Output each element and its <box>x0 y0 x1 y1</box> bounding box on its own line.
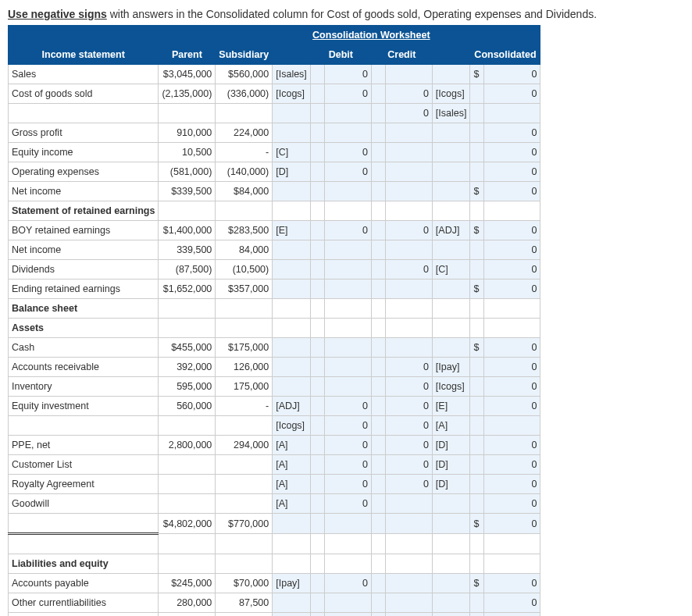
credit-ref[interactable] <box>432 494 470 514</box>
debit-value[interactable]: 0 <box>324 65 371 84</box>
credit-value[interactable]: 0 <box>385 416 432 436</box>
credit-ref[interactable] <box>432 182 470 201</box>
debit-ref[interactable] <box>273 280 311 299</box>
credit-ref[interactable] <box>432 280 470 299</box>
cons-value[interactable]: 0 <box>484 280 540 299</box>
cons-value[interactable] <box>484 104 540 123</box>
debit-value[interactable]: 0 <box>324 84 371 104</box>
credit-value[interactable] <box>385 65 432 84</box>
cons-value[interactable]: 0 <box>484 397 540 416</box>
debit-value[interactable] <box>324 514 371 534</box>
credit-ref[interactable] <box>432 65 470 84</box>
credit-ref[interactable] <box>432 613 470 617</box>
cons-value[interactable]: 0 <box>484 162 540 182</box>
credit-value[interactable]: 0 <box>385 377 432 397</box>
cons-value[interactable]: 0 <box>484 574 540 593</box>
debit-ref[interactable] <box>273 514 311 534</box>
credit-value[interactable] <box>385 494 432 514</box>
credit-value[interactable]: 0 <box>385 221 432 240</box>
debit-value[interactable]: 0 <box>324 455 371 475</box>
cons-value[interactable]: 0 <box>484 221 540 240</box>
debit-value[interactable] <box>324 240 371 260</box>
debit-value[interactable]: 0 <box>324 397 371 416</box>
credit-ref[interactable] <box>432 514 470 534</box>
debit-ref[interactable] <box>273 123 311 143</box>
debit-value[interactable]: 0 <box>324 162 371 182</box>
credit-ref[interactable] <box>432 593 470 613</box>
cons-value[interactable]: 0 <box>484 143 540 162</box>
credit-value[interactable] <box>385 280 432 299</box>
debit-ref[interactable]: [E] <box>273 221 311 240</box>
credit-ref[interactable]: [Ipay] <box>432 358 470 377</box>
debit-value[interactable] <box>324 358 371 377</box>
debit-value[interactable]: 0 <box>324 221 371 240</box>
credit-ref[interactable]: [C] <box>432 260 470 280</box>
debit-value[interactable]: 0 <box>324 416 371 436</box>
credit-ref[interactable] <box>432 162 470 182</box>
cons-value[interactable]: 0 <box>484 377 540 397</box>
credit-ref[interactable]: [D] <box>432 475 470 494</box>
credit-value[interactable]: 0 <box>385 358 432 377</box>
credit-ref[interactable]: [Icogs] <box>432 84 470 104</box>
debit-value[interactable]: 0 <box>324 494 371 514</box>
cons-value[interactable]: 0 <box>484 338 540 358</box>
debit-ref[interactable]: [A] <box>273 475 311 494</box>
debit-ref[interactable]: [C] <box>273 143 311 162</box>
debit-value[interactable]: 0 <box>324 143 371 162</box>
credit-ref[interactable] <box>432 574 470 593</box>
credit-ref[interactable] <box>432 143 470 162</box>
credit-ref[interactable] <box>432 123 470 143</box>
cons-value[interactable]: 0 <box>484 436 540 455</box>
debit-value[interactable] <box>324 613 371 617</box>
credit-ref[interactable]: [Icogs] <box>432 377 470 397</box>
debit-ref[interactable]: [Icogs] <box>273 84 311 104</box>
debit-ref[interactable]: [D] <box>273 162 311 182</box>
credit-ref[interactable]: [D] <box>432 436 470 455</box>
credit-value[interactable] <box>385 162 432 182</box>
cons-value[interactable]: 0 <box>484 494 540 514</box>
credit-value[interactable]: 0 <box>385 260 432 280</box>
debit-ref[interactable]: [ADJ] <box>273 397 311 416</box>
credit-ref[interactable]: [Isales] <box>432 104 470 123</box>
debit-ref[interactable] <box>273 593 311 613</box>
cons-value[interactable] <box>484 416 540 436</box>
credit-value[interactable] <box>385 123 432 143</box>
credit-value[interactable] <box>385 514 432 534</box>
cons-value[interactable]: 0 <box>484 123 540 143</box>
credit-value[interactable]: 0 <box>385 397 432 416</box>
debit-value[interactable] <box>324 377 371 397</box>
credit-value[interactable] <box>385 338 432 358</box>
credit-value[interactable] <box>385 613 432 617</box>
debit-ref[interactable] <box>273 613 311 617</box>
cons-value[interactable]: 0 <box>484 240 540 260</box>
debit-ref[interactable] <box>273 358 311 377</box>
debit-ref[interactable]: [A] <box>273 455 311 475</box>
credit-value[interactable]: 0 <box>385 436 432 455</box>
debit-value[interactable] <box>324 593 371 613</box>
credit-ref[interactable] <box>432 240 470 260</box>
debit-value[interactable] <box>324 123 371 143</box>
debit-ref[interactable] <box>273 260 311 280</box>
debit-value[interactable]: 0 <box>324 574 371 593</box>
debit-value[interactable] <box>324 104 371 123</box>
debit-ref[interactable] <box>273 240 311 260</box>
cons-value[interactable]: 0 <box>484 613 540 617</box>
credit-ref[interactable]: [A] <box>432 416 470 436</box>
cons-value[interactable]: 0 <box>484 514 540 534</box>
credit-value[interactable] <box>385 182 432 201</box>
credit-ref[interactable] <box>432 338 470 358</box>
cons-value[interactable]: 0 <box>484 260 540 280</box>
debit-ref[interactable]: [Ipay] <box>273 574 311 593</box>
debit-ref[interactable] <box>273 377 311 397</box>
credit-value[interactable] <box>385 240 432 260</box>
credit-value[interactable]: 0 <box>385 475 432 494</box>
credit-value[interactable] <box>385 593 432 613</box>
credit-ref[interactable]: [ADJ] <box>432 221 470 240</box>
credit-value[interactable] <box>385 574 432 593</box>
debit-value[interactable] <box>324 338 371 358</box>
cons-value[interactable]: 0 <box>484 475 540 494</box>
credit-value[interactable]: 0 <box>385 84 432 104</box>
debit-ref[interactable] <box>273 104 311 123</box>
credit-value[interactable]: 0 <box>385 104 432 123</box>
cons-value[interactable]: 0 <box>484 84 540 104</box>
